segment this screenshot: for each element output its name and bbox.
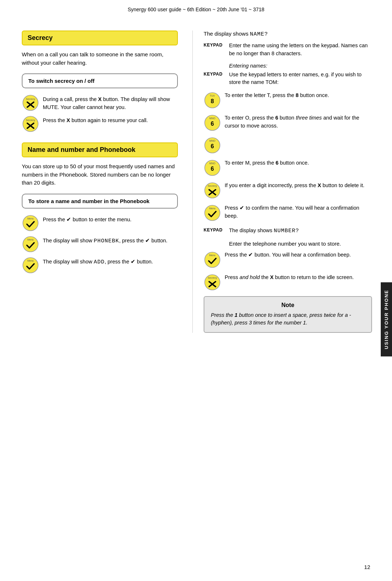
- right-step-menu-confirm-name: Menu Press ✔ to confirm the name. You wi…: [204, 204, 372, 222]
- phonebook-step-3-text: The display will show ADD, press the ✔ b…: [43, 257, 153, 267]
- keypad-label-2: KEYPAD: [204, 71, 225, 77]
- secrecy-button-icon-1: Secrecy: [22, 94, 39, 112]
- phonebook-step-1-text: Press the ✔ button to enter the menu.: [43, 214, 131, 224]
- svg-text:MNO: MNO: [209, 140, 216, 142]
- right-step-menu-confirm-number: Menu Press the ✔ button. You will hear a…: [204, 251, 372, 269]
- note-title: Note: [211, 302, 365, 308]
- svg-text:Secrecy: Secrecy: [26, 119, 35, 122]
- store-phonebook-box: To store a name and number in the Phoneb…: [22, 194, 178, 209]
- keypad-number-q: KEYPAD The display shows NUMBER?: [204, 227, 372, 235]
- right-step-6c: MNO 6 To enter M, press the 6 button onc…: [204, 159, 372, 177]
- secrecy-delete-text: If you enter a digit incorrectly, press …: [225, 182, 372, 190]
- svg-text:6: 6: [211, 121, 214, 127]
- svg-text:8: 8: [211, 98, 214, 104]
- right-step-secrecy-delete: Secrecy If you enter a digit incorrectly…: [204, 182, 372, 199]
- svg-text:TUV: TUV: [210, 94, 215, 97]
- display-name-q: The display shows NAME?: [204, 31, 372, 37]
- phonebook-step-3: Menu The display will show ADD, press th…: [22, 257, 178, 274]
- phonebook-step-2-text: The display will show PHONEBK, press the…: [43, 235, 167, 246]
- secrecy-step-1: Secrecy During a call, press the X butto…: [22, 94, 178, 112]
- menu-confirm-name-icon: Menu: [204, 204, 221, 222]
- note-text: Press the 1 button once to insert a spac…: [211, 311, 365, 327]
- page-header: Synergy 600 user guide ~ 6th Edition ~ 2…: [0, 0, 392, 16]
- svg-text:MNO: MNO: [209, 117, 216, 120]
- secrecy-step-2: Secrecy Press the X button again to resu…: [22, 115, 178, 133]
- enter-number-text: Enter the telephone number you want to s…: [204, 241, 372, 247]
- page-number: 12: [364, 564, 370, 570]
- svg-text:Menu: Menu: [27, 238, 34, 241]
- svg-text:Menu: Menu: [27, 217, 34, 220]
- secrecy-body: When on a call you can talk to someone i…: [22, 51, 178, 67]
- svg-text:MNO: MNO: [209, 162, 216, 165]
- secrecy-return-text: Press and hold the X button to return to…: [225, 274, 372, 282]
- entering-names-label: Entering names:: [229, 63, 372, 69]
- svg-text:Secrecy: Secrecy: [208, 185, 217, 187]
- svg-text:6: 6: [211, 143, 214, 149]
- menu-confirm-number-icon: Menu: [204, 251, 221, 269]
- svg-text:Secrecy: Secrecy: [208, 277, 217, 279]
- keypad-label-3: KEYPAD: [204, 227, 225, 233]
- right-step-secrecy-return: Secrecy Press and hold the X button to r…: [204, 274, 372, 291]
- keypad-enter-name-text: Enter the name using the letters on the …: [229, 42, 372, 58]
- key-6a-icon: MNO 6: [204, 114, 221, 132]
- menu-confirm-number-text: Press the ✔ button. You will hear a conf…: [225, 251, 372, 259]
- svg-text:Menu: Menu: [27, 259, 34, 262]
- menu-button-icon-2: Menu: [22, 235, 39, 253]
- key-6c-icon: MNO 6: [204, 159, 221, 177]
- keypad-use-letters-text: Use the keypad letters to enter names, e…: [229, 71, 372, 87]
- secrecy-delete-icon: Secrecy: [204, 182, 221, 199]
- right-step-6b: MNO 6: [204, 137, 372, 154]
- keypad-label-1: KEYPAD: [204, 42, 225, 48]
- phonebook-step-1: Menu Press the ✔ button to enter the men…: [22, 214, 178, 232]
- secrecy-title: Secrecy: [22, 31, 178, 45]
- key-6c-text: To enter M, press the 6 button once.: [225, 159, 372, 167]
- right-step-8: TUV 8 To enter the letter T, press the 8…: [204, 92, 372, 109]
- secrecy-button-icon-2: Secrecy: [22, 115, 39, 133]
- side-tab: USING YOUR PHONE: [381, 282, 392, 356]
- key-6a-text: To enter O, press the 6 button three tim…: [225, 114, 372, 130]
- right-step-6a: MNO 6 To enter O, press the 6 button thr…: [204, 114, 372, 132]
- svg-text:Menu: Menu: [209, 207, 216, 210]
- key-8-text: To enter the letter T, press the 8 butto…: [225, 92, 372, 100]
- svg-text:Menu: Menu: [209, 254, 216, 257]
- menu-button-icon-3: Menu: [22, 257, 39, 274]
- svg-text:6: 6: [211, 166, 214, 172]
- secrecy-step-1-text: During a call, press the X button. The d…: [43, 94, 178, 112]
- header-text: Synergy 600 user guide ~ 6th Edition ~ 2…: [128, 7, 265, 12]
- switch-secrecy-box: To switch secrecy on / off: [22, 73, 178, 88]
- key-8-icon: TUV 8: [204, 92, 221, 109]
- keypad-enter-name: KEYPAD Enter the name using the letters …: [204, 42, 372, 58]
- svg-text:Secrecy: Secrecy: [26, 98, 35, 101]
- phonebook-step-2: Menu The display will show PHONEBK, pres…: [22, 235, 178, 253]
- key-6b-icon: MNO 6: [204, 137, 221, 154]
- phonebook-body: You can store up to 50 of your most freq…: [22, 162, 178, 187]
- menu-button-icon-1: Menu: [22, 214, 39, 232]
- keypad-number-q-text: The display shows NUMBER?: [229, 227, 372, 235]
- note-box: Note Press the 1 button once to insert a…: [204, 296, 372, 333]
- left-column: Secrecy When on a call you can talk to s…: [22, 31, 189, 333]
- secrecy-section: Secrecy When on a call you can talk to s…: [22, 31, 178, 133]
- phonebook-title: Name and number and Phonebook: [22, 142, 178, 157]
- menu-confirm-name-text: Press ✔ to confirm the name. You will he…: [225, 204, 372, 220]
- phonebook-section: Name and number and Phonebook You can st…: [22, 142, 178, 274]
- right-column: The display shows NAME? KEYPAD Enter the…: [196, 31, 372, 333]
- secrecy-return-icon: Secrecy: [204, 274, 221, 291]
- keypad-use-letters: KEYPAD Use the keypad letters to enter n…: [204, 71, 372, 87]
- secrecy-step-2-text: Press the X button again to resume your …: [43, 115, 148, 125]
- column-divider: [192, 31, 193, 333]
